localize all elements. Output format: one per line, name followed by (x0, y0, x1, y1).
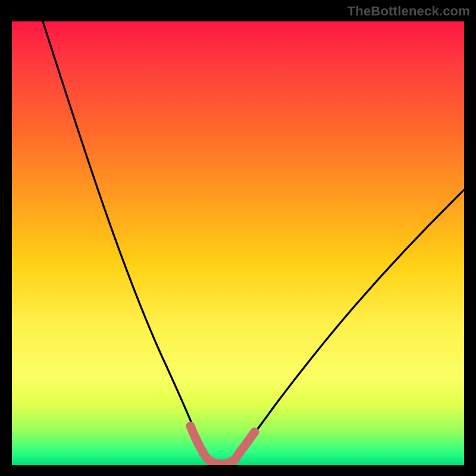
curve-layer (12, 21, 464, 465)
bottom-u-highlight (206, 457, 237, 464)
figure-root: TheBottleneck.com (0, 0, 476, 476)
right-rise-highlight (238, 432, 255, 455)
left-branch-curve (43, 21, 206, 456)
left-dip-highlight (190, 426, 203, 453)
watermark-text: TheBottleneck.com (347, 4, 470, 19)
plot-area (12, 21, 464, 465)
right-branch-curve (236, 190, 464, 456)
